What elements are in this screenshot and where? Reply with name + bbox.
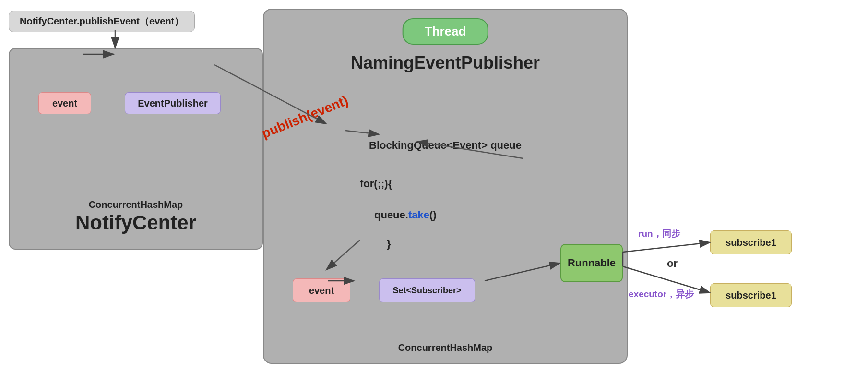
- naming-title: NamingEventPublisher: [264, 53, 627, 73]
- for-loop-label: for(;;){: [360, 178, 392, 190]
- nc-title: NotifyCenter: [10, 211, 262, 234]
- diagram-container: NotifyCenter.publishEvent（event） event E…: [0, 0, 868, 373]
- run-sync-label: run，同步: [638, 228, 680, 240]
- queue-take-label: queue.take(): [374, 209, 437, 221]
- subscribe1-top-box: subscribe1: [710, 230, 792, 254]
- nm-concurrent-label: ConcurrentHashMap: [264, 342, 627, 353]
- thread-badge: Thread: [403, 18, 488, 45]
- or-label: or: [667, 257, 678, 270]
- subscribe1-bot-box: subscribe1: [710, 283, 792, 307]
- blocking-queue-label: BlockingQueue<Event> queue: [264, 139, 627, 152]
- nc-eventpublisher-box: EventPublisher: [125, 92, 221, 114]
- notify-center-box: event EventPublisher ConcurrentHashMap N…: [9, 48, 263, 250]
- naming-event-publisher-box: Thread NamingEventPublisher BlockingQueu…: [263, 9, 628, 364]
- svg-line-10: [623, 242, 710, 252]
- queue-take-blue: take: [408, 209, 429, 221]
- top-publish-label: NotifyCenter.publishEvent（event）: [9, 11, 195, 32]
- nc-subtitle: ConcurrentHashMap: [10, 199, 262, 210]
- executor-async-label: executor，异步: [629, 288, 694, 301]
- nc-event-box: event: [38, 92, 91, 114]
- runnable-box: Runnable: [560, 244, 623, 282]
- nm-event-box: event: [293, 278, 350, 302]
- nm-subscriber-box: Set<Subscriber>: [379, 278, 475, 302]
- close-brace-label: }: [387, 238, 391, 250]
